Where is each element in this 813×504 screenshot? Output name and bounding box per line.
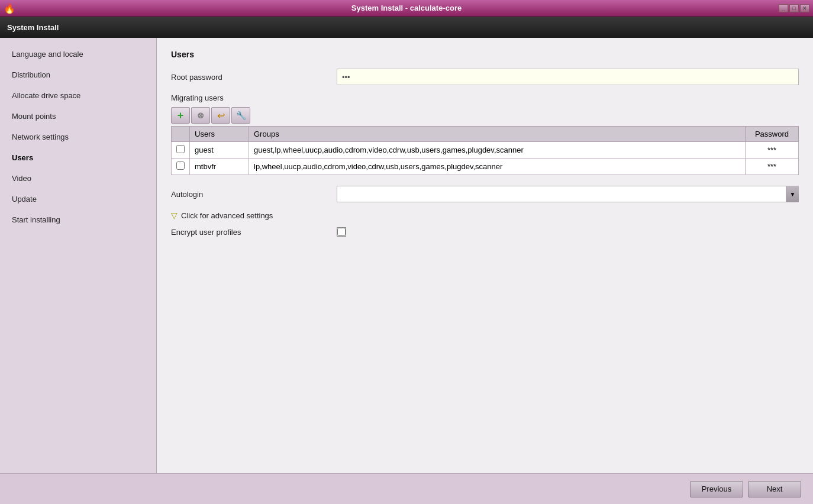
sidebar-item-allocate[interactable]: Allocate drive space: [0, 85, 156, 106]
user-password-2: ***: [746, 159, 799, 175]
close-button[interactable]: ✕: [800, 4, 809, 12]
encrypt-label: Encrypt user profiles: [171, 228, 337, 237]
titlebar: 🔥 System Install - calculate-core _ □ ✕: [0, 0, 813, 17]
col-groups: Groups: [249, 127, 746, 142]
encrypt-row: Encrypt user profiles: [171, 227, 799, 237]
encrypt-checkbox-wrapper[interactable]: [337, 227, 346, 237]
window-title: System Install - calculate-core: [351, 4, 462, 12]
root-password-input[interactable]: [337, 69, 799, 85]
autologin-row: Autologin guest mtbvfr ▼: [171, 186, 799, 202]
remove-icon: ⊗: [197, 111, 204, 120]
col-password: Password: [746, 127, 799, 142]
table-row: mtbvfr lp,wheel,uucp,audio,cdrom,video,c…: [172, 159, 799, 175]
maximize-button[interactable]: □: [789, 4, 799, 12]
autologin-select-wrapper: guest mtbvfr ▼: [337, 186, 799, 202]
next-button[interactable]: Next: [748, 481, 801, 497]
section-title: Users: [171, 50, 799, 59]
user-groups-1: guest,lp,wheel,uucp,audio,cdrom,video,cd…: [249, 142, 746, 159]
footer: Previous Next: [0, 473, 813, 504]
autologin-select[interactable]: guest mtbvfr: [337, 186, 799, 202]
main-content: Language and locale Distribution Allocat…: [0, 38, 813, 473]
user-checkbox-2[interactable]: [176, 161, 185, 170]
wrench-icon: 🔧: [236, 111, 246, 120]
sidebar-item-start[interactable]: Start installing: [0, 209, 156, 230]
remove-user-button[interactable]: ⊗: [191, 107, 210, 124]
clear-user-button[interactable]: 🔧: [231, 107, 250, 124]
user-name-1: guest: [190, 142, 249, 159]
root-password-label: Root password: [171, 73, 337, 82]
sidebar-item-distribution[interactable]: Distribution: [0, 64, 156, 85]
back-icon: ↩: [217, 110, 225, 121]
app-container: System Install Language and locale Distr…: [0, 17, 813, 504]
autologin-label: Autologin: [171, 190, 337, 199]
row-check-2[interactable]: [172, 159, 190, 175]
user-name-2: mtbvfr: [190, 159, 249, 175]
sidebar-item-network[interactable]: Network settings: [0, 127, 156, 147]
previous-button[interactable]: Previous: [690, 481, 743, 497]
user-password-1: ***: [746, 142, 799, 159]
table-row: guest guest,lp,wheel,uucp,audio,cdrom,vi…: [172, 142, 799, 159]
users-table: Users Groups Password guest guest,lp,whe…: [171, 126, 799, 175]
add-user-button[interactable]: +: [171, 107, 190, 124]
col-check: [172, 127, 190, 142]
migrating-users-label: Migrating users: [171, 93, 799, 102]
back-user-button[interactable]: ↩: [211, 107, 230, 124]
content-area: Users Root password Migrating users + ⊗ …: [157, 38, 813, 473]
app-header: System Install: [0, 17, 813, 38]
add-icon: +: [178, 109, 184, 122]
app-header-title: System Install: [7, 23, 59, 32]
user-checkbox-1[interactable]: [176, 145, 185, 153]
sidebar-item-update[interactable]: Update: [0, 189, 156, 209]
user-groups-2: lp,wheel,uucp,audio,cdrom,video,cdrw,usb…: [249, 159, 746, 175]
app-icon: 🔥: [4, 3, 14, 14]
users-toolbar: + ⊗ ↩ 🔧: [171, 107, 799, 124]
window-controls: _ □ ✕: [779, 4, 809, 12]
sidebar-item-language[interactable]: Language and locale: [0, 44, 156, 64]
sidebar-item-video[interactable]: Video: [0, 168, 156, 189]
row-check-1[interactable]: [172, 142, 190, 159]
sidebar-item-users[interactable]: Users: [0, 147, 156, 168]
sidebar-item-mount[interactable]: Mount points: [0, 106, 156, 127]
minimize-button[interactable]: _: [779, 4, 788, 12]
encrypt-checkbox[interactable]: [337, 228, 346, 236]
root-password-row: Root password: [171, 69, 799, 85]
sidebar: Language and locale Distribution Allocat…: [0, 38, 157, 473]
advanced-settings-label: Click for advanced settings: [181, 211, 273, 220]
col-users: Users: [190, 127, 249, 142]
triangle-icon: ▽: [171, 211, 178, 220]
advanced-settings-row[interactable]: ▽ Click for advanced settings: [171, 211, 799, 220]
